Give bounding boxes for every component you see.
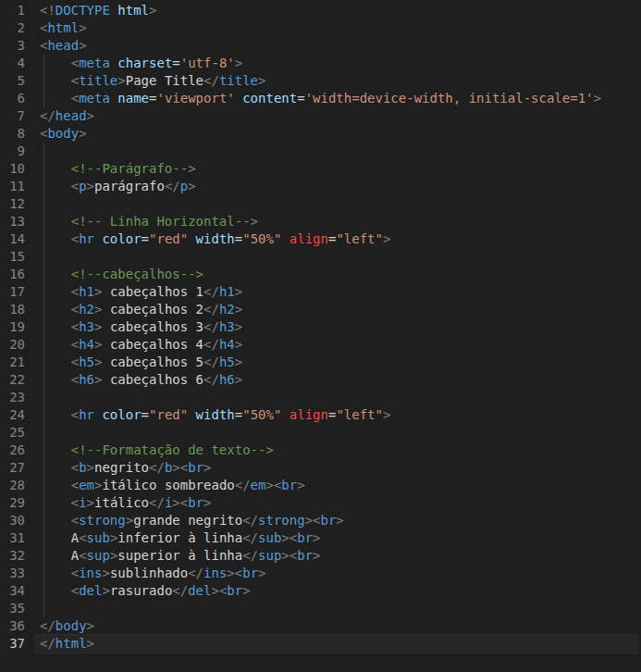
code-text: <h5> cabeçalhos 5</h5> [40, 354, 641, 371]
code-text: <!-- Linha Horizontal--> [40, 213, 641, 230]
line-number[interactable]: 6 [0, 90, 40, 107]
code-text: <!DOCTYPE html> [40, 2, 641, 19]
code-line[interactable]: 21 <h5> cabeçalhos 5</h5> [0, 354, 641, 371]
line-number[interactable]: 20 [0, 336, 40, 354]
code-text: </html> [40, 635, 641, 653]
code-text: <meta name='viewport' content='width=dev… [40, 90, 641, 107]
line-number[interactable]: 33 [0, 565, 40, 582]
code-text: <del>rasurado</del><br> [40, 582, 641, 600]
code-line[interactable]: 34 <del>rasurado</del><br> [0, 582, 641, 600]
line-number[interactable]: 37 [0, 635, 40, 653]
line-number[interactable]: 13 [0, 213, 40, 230]
code-text [40, 389, 641, 406]
line-number[interactable]: 29 [0, 494, 40, 512]
code-line[interactable]: 2<html> [0, 19, 641, 37]
code-text: <h2> cabeçalhos 2</h2> [40, 301, 641, 318]
code-line[interactable]: 24 <hr color="red" width="50%" align="le… [0, 406, 641, 424]
code-text: <hr color="red" width="50%" align="left"… [40, 406, 641, 424]
line-number[interactable]: 31 [0, 529, 40, 547]
code-line[interactable]: 33 <ins>sublinhado</ins><br> [0, 565, 641, 582]
line-number[interactable]: 27 [0, 459, 40, 477]
line-number[interactable]: 16 [0, 266, 40, 283]
code-line[interactable]: 8<body> [0, 125, 641, 143]
line-number[interactable]: 11 [0, 178, 40, 195]
code-line[interactable]: 30 <strong>grande negrito</strong><br> [0, 512, 641, 529]
code-line[interactable]: 11 <p>parágrafo</p> [0, 178, 641, 195]
code-line[interactable]: 18 <h2> cabeçalhos 2</h2> [0, 301, 641, 318]
code-text: <!--cabeçalhos--> [40, 266, 641, 283]
line-number[interactable]: 19 [0, 318, 40, 336]
code-text: <!--Parágrafo--> [40, 160, 641, 178]
code-line[interactable]: 32 A<sup>superior à linha</sup><br> [0, 547, 641, 565]
code-text: <p>parágrafo</p> [40, 178, 641, 195]
code-line[interactable]: 1<!DOCTYPE html> [0, 2, 641, 19]
line-number[interactable]: 4 [0, 55, 40, 72]
code-text: <strong>grande negrito</strong><br> [40, 512, 641, 529]
code-text: <meta charset='utf-8'> [40, 55, 641, 72]
line-number[interactable]: 7 [0, 107, 40, 125]
line-number[interactable]: 25 [0, 424, 40, 442]
code-line[interactable]: 22 <h6> cabeçalhos 6</h6> [0, 371, 641, 389]
code-line[interactable]: 4 <meta charset='utf-8'> [0, 55, 641, 72]
line-number[interactable]: 10 [0, 160, 40, 178]
line-number[interactable]: 36 [0, 617, 40, 635]
code-text: <h1> cabeçalhos 1</h1> [40, 283, 641, 301]
code-line[interactable]: 31 A<sub>inferior à linha</sub><br> [0, 529, 641, 547]
code-line[interactable]: 25 [0, 424, 641, 442]
code-text: <title>Page Title</title> [40, 72, 641, 90]
line-number[interactable]: 14 [0, 230, 40, 248]
code-line[interactable]: 37</html> [0, 635, 641, 653]
line-number[interactable]: 17 [0, 283, 40, 301]
line-number[interactable]: 3 [0, 37, 40, 55]
code-text: <ins>sublinhado</ins><br> [40, 565, 641, 582]
line-number[interactable]: 32 [0, 547, 40, 565]
line-number[interactable]: 26 [0, 442, 40, 459]
code-line[interactable]: 15 [0, 248, 641, 266]
code-line[interactable]: 20 <h4> cabeçalhos 4</h4> [0, 336, 641, 354]
code-text: <body> [40, 125, 641, 143]
code-line[interactable]: 29 <i>itálico</i><br> [0, 494, 641, 512]
line-number[interactable]: 2 [0, 19, 40, 37]
line-number[interactable]: 22 [0, 371, 40, 389]
code-line[interactable]: 35 [0, 600, 641, 617]
code-line[interactable]: 27 <b>negrito</b><br> [0, 459, 641, 477]
line-number[interactable]: 21 [0, 354, 40, 371]
code-text: <!--Formatação de texto--> [40, 442, 641, 459]
code-line[interactable]: 9 [0, 143, 641, 160]
line-number[interactable]: 18 [0, 301, 40, 318]
code-editor[interactable]: 1<!DOCTYPE html>2<html>3<head>4 <meta ch… [0, 0, 641, 672]
code-text: A<sup>superior à linha</sup><br> [40, 547, 641, 565]
line-number[interactable]: 23 [0, 389, 40, 406]
code-line[interactable]: 10 <!--Parágrafo--> [0, 160, 641, 178]
line-number[interactable]: 1 [0, 2, 40, 19]
line-number[interactable]: 15 [0, 248, 40, 266]
line-number[interactable]: 28 [0, 477, 40, 494]
code-line[interactable]: 12 [0, 195, 641, 213]
code-line[interactable]: 23 [0, 389, 641, 406]
code-text: <html> [40, 19, 641, 37]
line-number[interactable]: 30 [0, 512, 40, 529]
code-line[interactable]: 26 <!--Formatação de texto--> [0, 442, 641, 459]
line-number[interactable]: 8 [0, 125, 40, 143]
code-line[interactable]: 14 <hr color="red" width="50%" align="le… [0, 230, 641, 248]
code-line[interactable]: 17 <h1> cabeçalhos 1</h1> [0, 283, 641, 301]
line-number[interactable]: 9 [0, 143, 40, 160]
code-line[interactable]: 13 <!-- Linha Horizontal--> [0, 213, 641, 230]
code-line[interactable]: 28 <em>itálico sombreado</em><br> [0, 477, 641, 494]
line-number[interactable]: 35 [0, 600, 40, 617]
code-line[interactable]: 16 <!--cabeçalhos--> [0, 266, 641, 283]
code-text: <em>itálico sombreado</em><br> [40, 477, 641, 494]
line-number[interactable]: 12 [0, 195, 40, 213]
line-number[interactable]: 24 [0, 406, 40, 424]
line-number[interactable]: 34 [0, 582, 40, 600]
code-line[interactable]: 3<head> [0, 37, 641, 55]
code-line[interactable]: 36</body> [0, 617, 641, 635]
code-text: <h4> cabeçalhos 4</h4> [40, 336, 641, 354]
code-text [40, 143, 641, 160]
code-line[interactable]: 7</head> [0, 107, 641, 125]
line-number[interactable]: 5 [0, 72, 40, 90]
code-text [40, 600, 641, 617]
code-line[interactable]: 5 <title>Page Title</title> [0, 72, 641, 90]
code-line[interactable]: 19 <h3> cabeçalhos 3</h3> [0, 318, 641, 336]
code-line[interactable]: 6 <meta name='viewport' content='width=d… [0, 90, 641, 107]
